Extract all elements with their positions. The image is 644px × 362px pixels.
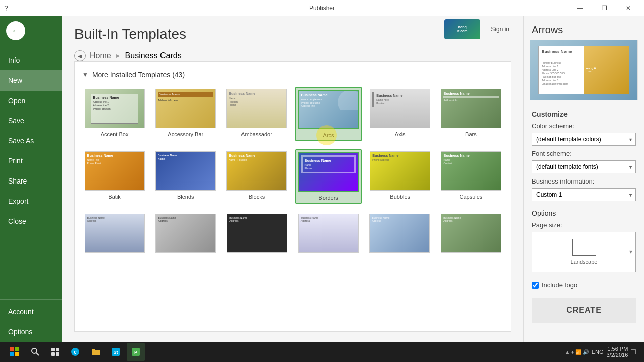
show-desktop-button[interactable]: □ xyxy=(631,347,636,356)
template-item-arcs[interactable]: Business Name www.example.comPhone: 555 … xyxy=(295,87,362,141)
template-thumb-capsules: Business Name NameContact xyxy=(441,151,501,191)
breadcrumb-home[interactable]: Home xyxy=(90,51,111,60)
taskbar-folder-icon[interactable] xyxy=(87,343,105,361)
font-scheme-select[interactable]: (default template fonts) xyxy=(532,160,636,173)
sidebar-item-save-as[interactable]: Save As xyxy=(0,131,62,151)
template-item-axis[interactable]: Business Name Name herePosition Axis xyxy=(368,87,433,141)
svg-point-4 xyxy=(32,348,37,353)
taskbar-task-view-icon[interactable] xyxy=(46,343,64,361)
template-item-row3-6[interactable]: Business NameAddress xyxy=(438,212,504,255)
template-thumb-row3-6: Business NameAddress xyxy=(441,214,501,253)
breadcrumb-back-button[interactable]: ◀ xyxy=(74,50,86,61)
template-item-ambassador[interactable]: Business Name NamePositionPhone Ambassad… xyxy=(224,87,289,141)
section-header[interactable]: ▼ More Installed Templates (43) xyxy=(80,67,506,83)
options-section: Options Page size: Landscape ▾ xyxy=(524,205,644,278)
template-item-bars[interactable]: Business Name Address info Bars xyxy=(439,87,504,141)
minimize-button[interactable]: — xyxy=(569,1,592,16)
sidebar-item-close[interactable]: Close xyxy=(0,211,62,231)
restore-button[interactable]: ❐ xyxy=(593,1,616,16)
sign-in-button[interactable]: Sign in xyxy=(487,24,513,35)
template-item-row3-4[interactable]: Business NameAddress xyxy=(296,212,361,255)
help-icon[interactable]: ? xyxy=(4,4,8,12)
template-item-batik[interactable]: Business Name Name TitlePhone Email Bati… xyxy=(82,149,147,204)
panel-title: Arrows xyxy=(524,16,644,40)
back-button[interactable]: ← xyxy=(6,21,25,40)
template-item-row3-2[interactable]: Business NameAddress xyxy=(153,212,219,255)
template-item-accessory-bar[interactable]: Business Name Address info here Accessor… xyxy=(153,87,218,141)
taskbar-search-icon[interactable] xyxy=(26,343,44,361)
sidebar-item-export[interactable]: Export xyxy=(0,191,62,211)
font-scheme-label: Font scheme: xyxy=(532,150,636,157)
sidebar: ← Info New Open Save Save As Print Share… xyxy=(0,16,62,342)
template-item-bubbles[interactable]: Business Name Phone Address Bubbles xyxy=(368,149,433,204)
thumb-img: Business Name Name TitlePhone Email xyxy=(85,152,144,190)
template-item-borders[interactable]: Business Name NamePhone Borders xyxy=(295,149,362,204)
tray-language: ENG xyxy=(592,349,604,355)
sidebar-item-share[interactable]: Share xyxy=(0,171,62,191)
template-grid-row2: Business Name Name TitlePhone Email Bati… xyxy=(80,145,506,208)
template-name: Accessory Bar xyxy=(168,131,203,137)
breadcrumb-separator: ► xyxy=(115,52,121,59)
font-scheme-wrapper: (default template fonts) ▾ xyxy=(532,160,636,173)
start-button[interactable] xyxy=(4,342,24,362)
svg-rect-3 xyxy=(15,352,19,356)
create-button[interactable]: CREATE xyxy=(532,298,636,323)
include-logo-row: Include logo xyxy=(524,278,644,292)
template-item-row3-3[interactable]: Business NameAddress xyxy=(224,212,290,255)
svg-text:P: P xyxy=(134,350,137,355)
template-item-row3-1[interactable]: Business NameAddress xyxy=(82,212,147,255)
template-thumb-row3-3: Business NameAddress xyxy=(227,214,287,253)
template-item-capsules[interactable]: Business Name NameContact Capsules xyxy=(439,149,504,204)
template-name: Blocks xyxy=(249,194,265,200)
taskbar-publisher-icon[interactable]: P xyxy=(127,343,145,361)
clock[interactable]: 1:56 PM 3/2/2016 xyxy=(607,346,628,358)
panel-preview: Business Name nong it .com Primary Busin… xyxy=(530,40,638,100)
template-thumb-row3-1: Business NameAddress xyxy=(85,214,145,253)
template-thumb-blends: Business NameName xyxy=(155,151,216,191)
template-item-accent-box[interactable]: Business Name Address line 1Address line… xyxy=(82,87,147,141)
sidebar-item-info[interactable]: Info xyxy=(0,50,62,70)
thumb-img: Business Name Name herePosition xyxy=(370,89,430,128)
template-name: Capsules xyxy=(459,194,482,200)
sidebar-divider xyxy=(0,299,62,300)
sidebar-item-save[interactable]: Save xyxy=(0,111,62,131)
thumb-img: Business Name Phone Address xyxy=(370,152,430,190)
right-panel: Arrows Business Name nong it .com Primar… xyxy=(523,16,644,342)
sidebar-item-options[interactable]: Options xyxy=(0,322,62,342)
close-button[interactable]: ✕ xyxy=(617,1,640,16)
sidebar-item-account[interactable]: Account xyxy=(0,302,62,322)
business-info-wrapper: Custom 1 ▾ xyxy=(532,188,636,201)
thumb-img: Business NameAddress xyxy=(85,214,144,252)
template-item-blocks[interactable]: Business Name Name · Position Blocks xyxy=(224,149,289,204)
business-info-select[interactable]: Custom 1 xyxy=(532,188,636,201)
sidebar-item-print[interactable]: Print xyxy=(0,151,62,171)
section-toggle-icon: ▼ xyxy=(82,71,88,78)
page-size-label: Page size: xyxy=(532,221,636,229)
template-grid-row3: Business NameAddress Business NameAddres… xyxy=(80,208,506,259)
template-thumb-axis: Business Name Name herePosition xyxy=(370,89,430,128)
templates-scroll-area[interactable]: ▼ More Installed Templates (43) Business… xyxy=(74,61,511,332)
template-item-blends[interactable]: Business NameName Blends xyxy=(153,149,218,204)
breadcrumb: ◀ Home ► Business Cards xyxy=(74,50,511,61)
thumb-img: Business Name Address line 1Address line… xyxy=(85,89,144,128)
nongit-logo: nongit.com xyxy=(444,19,480,39)
page-size-expand-icon[interactable]: ▾ xyxy=(629,248,632,255)
sidebar-item-open[interactable]: Open xyxy=(0,90,62,111)
template-name: Arcs xyxy=(323,132,334,138)
thumb-img: Business Name NamePositionPhone xyxy=(227,89,286,128)
sidebar-item-new[interactable]: New xyxy=(0,70,62,90)
include-logo-checkbox[interactable] xyxy=(532,282,539,289)
window-controls: — ❐ ✕ xyxy=(569,1,640,16)
taskbar-store-icon[interactable]: St xyxy=(107,343,125,361)
color-scheme-select[interactable]: (default template colors) xyxy=(532,133,636,146)
time-display: 1:56 PM xyxy=(607,346,628,352)
page-size-preview: Landscape ▾ xyxy=(532,232,636,272)
thumb-img: Business Name Name · Position xyxy=(227,152,286,190)
template-item-row3-5[interactable]: Business NameAddress xyxy=(367,212,433,255)
main-container: ← Info New Open Save Save As Print Share… xyxy=(0,16,644,342)
thumb-img: Business Name NamePhone xyxy=(299,153,358,191)
app-title: Publisher xyxy=(309,5,335,12)
landscape-label: Landscape xyxy=(571,259,598,265)
template-name: Borders xyxy=(318,195,338,201)
taskbar-edge-icon[interactable]: e xyxy=(66,343,85,361)
